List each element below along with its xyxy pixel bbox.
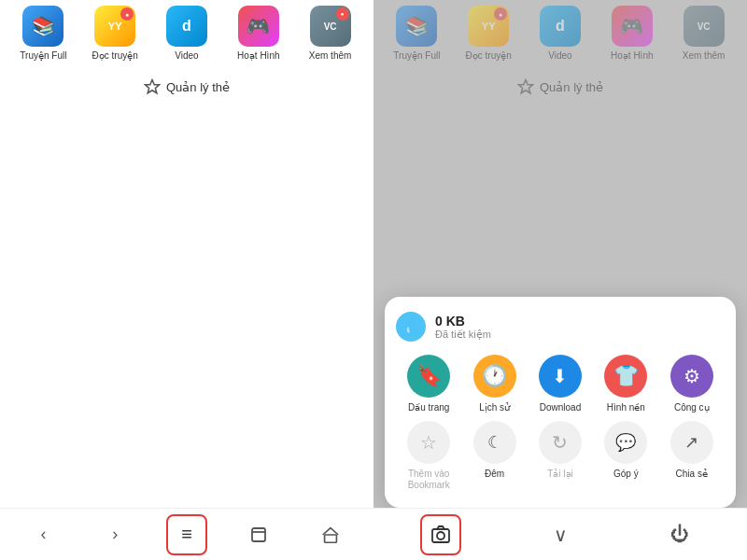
left-app-doc-truyen[interactable]: YY● Đọc truyện — [83, 6, 147, 62]
popup-download-item[interactable]: ⬇ Download — [533, 355, 587, 413]
left-label-video: Video — [175, 50, 198, 62]
left-icon-hoat-hinh: 🎮 — [238, 6, 279, 47]
feedback-icon: 💬 — [604, 421, 647, 464]
left-icon-xem-them: VC● — [310, 6, 351, 47]
left-app-truyen-full[interactable]: 📚 Truyện Full — [11, 6, 75, 62]
left-bottom-nav: ‹ › ≡ — [0, 508, 374, 560]
left-back-button[interactable]: ‹ — [22, 514, 63, 555]
svg-rect-3 — [324, 535, 336, 542]
data-saved-label: Đã tiết kiệm — [435, 329, 491, 341]
add-bookmark-icon: ☆ — [407, 421, 450, 464]
share-icon: ↗ — [670, 421, 713, 464]
night-label: Đêm — [485, 469, 504, 480]
right-chevron-button[interactable]: ∨ — [540, 514, 581, 555]
bookmark-label: Dấu trang — [408, 402, 449, 413]
left-app-video[interactable]: d Video — [155, 6, 218, 62]
left-phone-panel: 📚 Truyện Full YY● Đọc truyện d Video 🎮 H… — [0, 0, 374, 560]
popup-feedback-item[interactable]: 💬 Góp ý — [599, 421, 653, 491]
tools-label: Công cụ — [674, 402, 710, 413]
left-app-row: 📚 Truyện Full YY● Đọc truyện d Video 🎮 H… — [0, 0, 374, 69]
popup-tools-item[interactable]: ⚙ Công cụ — [665, 355, 719, 413]
svg-rect-1 — [252, 528, 265, 541]
popup-card: 💧 0 KB Đã tiết kiệm 🔖 Dấu trang 🕐 Lịch s… — [385, 297, 736, 508]
download-label: Download — [540, 402, 581, 413]
tools-icon: ⚙ — [670, 355, 713, 398]
night-icon: ☾ — [473, 421, 516, 464]
right-phone-panel: 📚 Truyện Full YY● Đọc truyện d Video 🎮 H… — [374, 0, 747, 560]
popup-header-text: 0 KB Đã tiết kiệm — [435, 314, 491, 341]
svg-rect-5 — [432, 529, 449, 542]
left-label-truyen-full: Truyện Full — [20, 50, 66, 62]
left-forward-button[interactable]: › — [94, 514, 135, 555]
popup-history-item[interactable]: 🕐 Lịch sử — [468, 355, 522, 413]
left-label-doc-truyen: Đọc truyện — [92, 50, 138, 62]
wallpaper-icon: 👕 — [604, 355, 647, 398]
popup-wallpaper-item[interactable]: 👕 Hình nền — [599, 355, 653, 413]
popup-share-item[interactable]: ↗ Chia sẻ — [665, 421, 719, 491]
share-label: Chia sẻ — [676, 469, 708, 480]
left-label-hoat-hinh: Hoạt Hình — [237, 50, 279, 62]
svg-point-6 — [437, 532, 444, 539]
left-icon-video: d — [166, 6, 207, 47]
download-icon: ⬇ — [539, 355, 582, 398]
popup-night-item[interactable]: ☾ Đêm — [468, 421, 522, 491]
left-menu-button[interactable]: ≡ — [166, 514, 207, 555]
left-app-xem-them[interactable]: VC● Xem thêm — [299, 6, 362, 62]
left-main-content — [0, 103, 374, 508]
popup-menu-row-1: 🔖 Dấu trang 🕐 Lịch sử ⬇ Download 👕 Hình … — [396, 355, 725, 413]
popup-menu-row-2: ☆ Thêm vào Bookmark ☾ Đêm ↻ Tải lại 💬 Gó… — [396, 421, 725, 491]
history-label: Lịch sử — [479, 402, 510, 413]
reload-icon: ↻ — [539, 421, 582, 464]
water-drop-icon: 💧 — [396, 312, 426, 342]
left-icon-truyen-full: 📚 — [22, 6, 63, 47]
right-camera-button[interactable] — [420, 514, 461, 555]
data-saved-amount: 0 KB — [435, 314, 491, 329]
popup-add-bookmark-item: ☆ Thêm vào Bookmark — [402, 421, 456, 491]
left-manage-row[interactable]: Quản lý thẻ — [0, 69, 374, 103]
popup-reload-item: ↻ Tải lại — [533, 421, 587, 491]
right-bottom-nav: ∨ ⏻ — [374, 508, 747, 560]
add-bookmark-label: Thêm vào Bookmark — [402, 469, 456, 491]
wallpaper-label: Hình nền — [607, 402, 645, 413]
feedback-label: Góp ý — [613, 469, 639, 480]
left-label-xem-them: Xem thêm — [309, 50, 352, 62]
bookmark-icon: 🔖 — [407, 355, 450, 398]
left-home-button[interactable] — [310, 514, 351, 555]
reload-label: Tải lại — [547, 469, 573, 480]
manage-label: Quản lý thẻ — [166, 80, 230, 94]
left-tabs-button[interactable] — [238, 514, 279, 555]
history-icon: 🕐 — [473, 355, 516, 398]
popup-header: 💧 0 KB Đã tiết kiệm — [396, 312, 725, 342]
left-app-hoat-hinh[interactable]: 🎮 Hoạt Hình — [227, 6, 290, 62]
svg-marker-0 — [145, 80, 159, 93]
right-power-button[interactable]: ⏻ — [659, 514, 700, 555]
manage-icon — [144, 78, 161, 95]
left-icon-doc-truyen: YY● — [94, 6, 135, 47]
popup-bookmark-item[interactable]: 🔖 Dấu trang — [402, 355, 456, 413]
